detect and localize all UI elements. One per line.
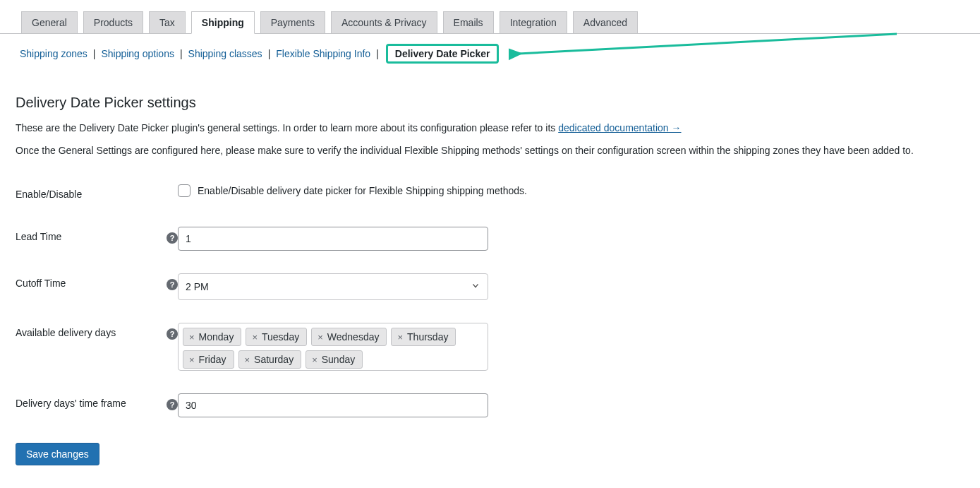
row-time-frame: Delivery days' time frame ? bbox=[16, 382, 964, 429]
label-cutoff-time: Cutoff Time ? bbox=[16, 262, 178, 311]
chip-label: Tuesday bbox=[262, 331, 299, 343]
chip-label: Saturday bbox=[254, 354, 294, 365]
remove-icon[interactable]: × bbox=[312, 355, 317, 365]
available-days-multiselect[interactable]: ×Monday ×Tuesday ×Wednesday ×Thursday ×F… bbox=[178, 323, 488, 371]
tab-label: Emails bbox=[454, 17, 483, 28]
chip-label: Wednesday bbox=[327, 331, 380, 343]
time-frame-input[interactable] bbox=[178, 393, 488, 417]
tab-label: Advanced bbox=[583, 17, 627, 28]
chip-label: Sunday bbox=[322, 354, 355, 365]
select-value: 2 PM bbox=[186, 281, 209, 292]
help-icon[interactable]: ? bbox=[167, 328, 178, 340]
row-enable: Enable/Disable Enable/Disable delivery d… bbox=[16, 173, 964, 215]
tab-payments[interactable]: Payments bbox=[260, 11, 325, 34]
row-cutoff-time: Cutoff Time ? 2 PM bbox=[16, 262, 964, 311]
row-lead-time: Lead Time ? bbox=[16, 215, 964, 262]
save-button[interactable]: Save changes bbox=[16, 443, 99, 465]
tab-accounts-privacy[interactable]: Accounts & Privacy bbox=[331, 11, 437, 34]
tab-label: Integration bbox=[510, 17, 557, 28]
help-icon[interactable]: ? bbox=[167, 399, 178, 410]
annotation-arrow-wrap bbox=[499, 44, 980, 64]
chip-label: Thursday bbox=[407, 331, 448, 343]
remove-icon[interactable]: × bbox=[252, 332, 258, 343]
label-text: Enable/Disable bbox=[16, 189, 82, 200]
docs-link[interactable]: dedicated documentation → bbox=[558, 122, 681, 133]
label-text: Cutoff Time bbox=[16, 278, 66, 289]
arrow-icon bbox=[509, 28, 904, 71]
settings-form: Enable/Disable Enable/Disable delivery d… bbox=[16, 173, 964, 429]
label-lead-time: Lead Time ? bbox=[16, 215, 178, 262]
tab-emails[interactable]: Emails bbox=[443, 11, 494, 34]
tab-label: General bbox=[32, 17, 67, 28]
remove-icon[interactable]: × bbox=[397, 332, 403, 343]
label-available-days: Available delivery days ? bbox=[16, 311, 178, 382]
help-icon[interactable]: ? bbox=[167, 232, 178, 244]
chip-monday[interactable]: ×Monday bbox=[183, 328, 241, 346]
chip-thursday[interactable]: ×Thursday bbox=[391, 328, 456, 346]
page-title: Delivery Date Picker settings bbox=[16, 95, 964, 111]
tab-label: Tax bbox=[159, 17, 175, 28]
separator: | bbox=[373, 48, 382, 59]
note-paragraph: Once the General Settings are configured… bbox=[16, 145, 964, 156]
enable-checkbox-label: Enable/Disable delivery date picker for … bbox=[198, 185, 527, 196]
chip-saturday[interactable]: ×Saturday bbox=[238, 350, 302, 369]
chip-label: Friday bbox=[199, 354, 226, 365]
separator: | bbox=[90, 48, 99, 59]
subtab-shipping-classes[interactable]: Shipping classes bbox=[186, 48, 265, 59]
svg-line-1 bbox=[519, 34, 897, 54]
subtab-shipping-options[interactable]: Shipping options bbox=[98, 48, 177, 59]
help-icon[interactable]: ? bbox=[167, 279, 178, 290]
lead-time-input[interactable] bbox=[178, 227, 488, 251]
label-text: Available delivery days bbox=[16, 327, 116, 338]
chevron-down-icon bbox=[471, 281, 480, 293]
tab-general[interactable]: General bbox=[21, 11, 78, 34]
content: Delivery Date Picker settings These are … bbox=[0, 64, 980, 465]
tab-label: Accounts & Privacy bbox=[341, 17, 427, 28]
remove-icon[interactable]: × bbox=[317, 332, 323, 343]
subtab-delivery-date-picker[interactable]: Delivery Date Picker bbox=[386, 44, 500, 64]
label-enable: Enable/Disable bbox=[16, 173, 178, 215]
tab-products[interactable]: Products bbox=[83, 11, 143, 34]
enable-checkbox[interactable] bbox=[178, 184, 190, 197]
chip-sunday[interactable]: ×Sunday bbox=[306, 350, 363, 369]
label-text: Delivery days' time frame bbox=[16, 398, 126, 409]
tab-label: Products bbox=[94, 17, 133, 28]
label-text: Lead Time bbox=[16, 231, 61, 242]
intro-paragraph: These are the Delivery Date Picker plugi… bbox=[16, 122, 964, 133]
chip-tuesday[interactable]: ×Tuesday bbox=[246, 328, 307, 346]
chip-wednesday[interactable]: ×Wednesday bbox=[311, 328, 387, 346]
sub-tabs: Shipping zones | Shipping options | Ship… bbox=[0, 34, 980, 64]
row-available-days: Available delivery days ? ×Monday ×Tuesd… bbox=[16, 311, 964, 382]
tab-shipping[interactable]: Shipping bbox=[191, 11, 255, 34]
settings-page: General Products Tax Shipping Payments A… bbox=[0, 0, 980, 488]
subtab-flexible-shipping-info[interactable]: Flexible Shipping Info bbox=[273, 48, 373, 59]
cutoff-time-select[interactable]: 2 PM bbox=[178, 273, 488, 300]
remove-icon[interactable]: × bbox=[245, 355, 250, 365]
chip-label: Monday bbox=[199, 331, 234, 343]
tab-tax[interactable]: Tax bbox=[149, 11, 186, 34]
subtab-shipping-zones[interactable]: Shipping zones bbox=[17, 48, 90, 59]
remove-icon[interactable]: × bbox=[189, 355, 195, 365]
separator: | bbox=[177, 48, 186, 59]
remove-icon[interactable]: × bbox=[189, 332, 195, 343]
tab-label: Shipping bbox=[202, 17, 244, 28]
intro-text: These are the Delivery Date Picker plugi… bbox=[16, 122, 558, 133]
separator: | bbox=[265, 48, 274, 59]
label-time-frame: Delivery days' time frame ? bbox=[16, 382, 178, 429]
enable-field: Enable/Disable delivery date picker for … bbox=[178, 184, 957, 197]
chip-friday[interactable]: ×Friday bbox=[183, 350, 234, 369]
tab-label: Payments bbox=[271, 17, 315, 28]
